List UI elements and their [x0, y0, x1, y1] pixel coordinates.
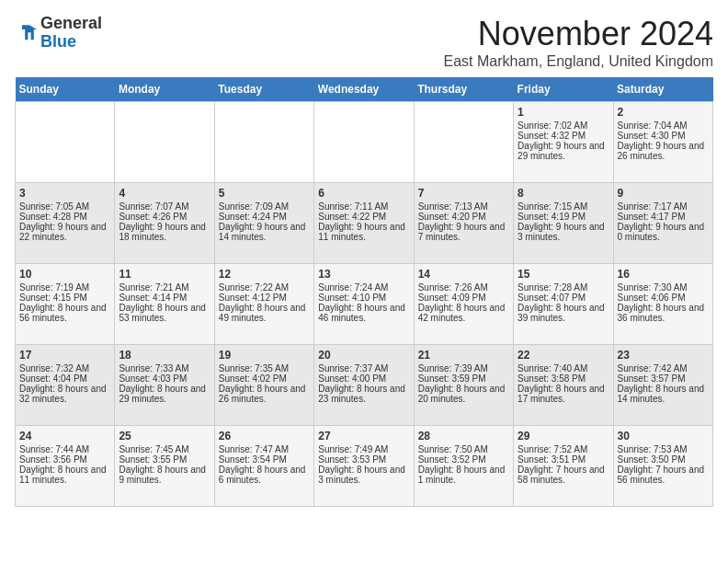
calendar-cell: 28Sunrise: 7:50 AM Sunset: 3:52 PM Dayli… [414, 426, 513, 507]
calendar-cell: 21Sunrise: 7:39 AM Sunset: 3:59 PM Dayli… [414, 345, 513, 426]
calendar-cell: 26Sunrise: 7:47 AM Sunset: 3:54 PM Dayli… [214, 426, 313, 507]
calendar-cell: 22Sunrise: 7:40 AM Sunset: 3:58 PM Dayli… [514, 345, 613, 426]
day-info: Sunrise: 7:19 AM Sunset: 4:15 PM Dayligh… [19, 282, 107, 323]
calendar-cell: 3Sunrise: 7:05 AM Sunset: 4:28 PM Daylig… [16, 183, 115, 264]
day-info: Sunrise: 7:40 AM Sunset: 3:58 PM Dayligh… [518, 363, 605, 404]
day-info: Sunrise: 7:02 AM Sunset: 4:32 PM Dayligh… [518, 121, 605, 161]
day-header-sunday: Sunday [16, 77, 115, 102]
calendar-cell: 4Sunrise: 7:07 AM Sunset: 4:26 PM Daylig… [115, 183, 214, 264]
day-number: 4 [119, 187, 210, 200]
calendar-cell: 17Sunrise: 7:32 AM Sunset: 4:04 PM Dayli… [16, 345, 115, 426]
calendar-cell: 13Sunrise: 7:24 AM Sunset: 4:10 PM Dayli… [314, 264, 414, 345]
day-info: Sunrise: 7:13 AM Sunset: 4:20 PM Dayligh… [418, 201, 506, 242]
calendar-cell: 6Sunrise: 7:11 AM Sunset: 4:22 PM Daylig… [314, 183, 414, 264]
calendar-cell [16, 102, 115, 183]
day-info: Sunrise: 7:26 AM Sunset: 4:09 PM Dayligh… [418, 282, 506, 323]
calendar-cell: 1Sunrise: 7:02 AM Sunset: 4:32 PM Daylig… [514, 102, 613, 183]
day-info: Sunrise: 7:21 AM Sunset: 4:14 PM Dayligh… [119, 282, 206, 323]
calendar-cell: 9Sunrise: 7:17 AM Sunset: 4:17 PM Daylig… [613, 183, 712, 264]
calendar-cell: 27Sunrise: 7:49 AM Sunset: 3:53 PM Dayli… [314, 426, 414, 507]
day-info: Sunrise: 7:49 AM Sunset: 3:53 PM Dayligh… [318, 444, 405, 485]
calendar-cell: 20Sunrise: 7:37 AM Sunset: 4:00 PM Dayli… [314, 345, 414, 426]
day-number: 12 [219, 268, 310, 281]
calendar-cell: 19Sunrise: 7:35 AM Sunset: 4:02 PM Dayli… [214, 345, 313, 426]
day-info: Sunrise: 7:45 AM Sunset: 3:55 PM Dayligh… [119, 444, 206, 485]
location: East Markham, England, United Kingdom [444, 53, 713, 70]
day-number: 16 [618, 268, 709, 281]
calendar-cell: 25Sunrise: 7:45 AM Sunset: 3:55 PM Dayli… [115, 426, 214, 507]
day-number: 11 [119, 268, 210, 281]
day-number: 29 [518, 430, 609, 442]
day-header-thursday: Thursday [414, 77, 513, 102]
day-number: 21 [418, 349, 509, 362]
calendar-cell: 18Sunrise: 7:33 AM Sunset: 4:03 PM Dayli… [115, 345, 214, 426]
day-info: Sunrise: 7:11 AM Sunset: 4:22 PM Dayligh… [318, 201, 405, 242]
week-row-1: 3Sunrise: 7:05 AM Sunset: 4:28 PM Daylig… [16, 183, 713, 264]
day-info: Sunrise: 7:32 AM Sunset: 4:04 PM Dayligh… [19, 363, 107, 404]
day-number: 22 [518, 349, 609, 362]
day-number: 15 [518, 268, 609, 281]
day-info: Sunrise: 7:30 AM Sunset: 4:06 PM Dayligh… [618, 282, 705, 323]
day-number: 3 [19, 187, 110, 200]
day-number: 26 [219, 430, 310, 442]
day-number: 13 [318, 268, 409, 281]
day-number: 2 [618, 106, 709, 119]
calendar-cell [115, 102, 214, 183]
calendar-table: SundayMondayTuesdayWednesdayThursdayFrid… [15, 77, 713, 507]
day-number: 17 [19, 349, 110, 362]
day-number: 9 [618, 187, 709, 200]
day-info: Sunrise: 7:35 AM Sunset: 4:02 PM Dayligh… [219, 363, 306, 404]
day-info: Sunrise: 7:07 AM Sunset: 4:26 PM Dayligh… [119, 201, 206, 242]
day-header-monday: Monday [115, 77, 214, 102]
day-info: Sunrise: 7:37 AM Sunset: 4:00 PM Dayligh… [318, 363, 405, 404]
day-number: 6 [318, 187, 409, 200]
week-row-4: 24Sunrise: 7:44 AM Sunset: 3:56 PM Dayli… [16, 426, 713, 507]
day-number: 18 [119, 349, 210, 362]
calendar-cell: 23Sunrise: 7:42 AM Sunset: 3:57 PM Dayli… [613, 345, 712, 426]
day-number: 19 [219, 349, 310, 362]
calendar-cell: 24Sunrise: 7:44 AM Sunset: 3:56 PM Dayli… [16, 426, 115, 507]
svg-marker-0 [22, 25, 37, 40]
calendar-cell: 11Sunrise: 7:21 AM Sunset: 4:14 PM Dayli… [115, 264, 214, 345]
calendar-cell: 15Sunrise: 7:28 AM Sunset: 4:07 PM Dayli… [514, 264, 613, 345]
day-info: Sunrise: 7:39 AM Sunset: 3:59 PM Dayligh… [418, 363, 506, 404]
day-number: 27 [318, 430, 409, 442]
day-info: Sunrise: 7:47 AM Sunset: 3:54 PM Dayligh… [219, 444, 306, 485]
day-number: 24 [19, 430, 110, 442]
calendar-cell: 16Sunrise: 7:30 AM Sunset: 4:06 PM Dayli… [613, 264, 712, 345]
day-info: Sunrise: 7:28 AM Sunset: 4:07 PM Dayligh… [518, 282, 605, 323]
calendar-cell [414, 102, 513, 183]
calendar-cell: 10Sunrise: 7:19 AM Sunset: 4:15 PM Dayli… [16, 264, 115, 345]
day-header-friday: Friday [514, 77, 613, 102]
week-row-2: 10Sunrise: 7:19 AM Sunset: 4:15 PM Dayli… [16, 264, 713, 345]
day-number: 10 [19, 268, 110, 281]
week-row-3: 17Sunrise: 7:32 AM Sunset: 4:04 PM Dayli… [16, 345, 713, 426]
calendar-cell: 12Sunrise: 7:22 AM Sunset: 4:12 PM Dayli… [214, 264, 313, 345]
day-header-tuesday: Tuesday [214, 77, 313, 102]
logo: General Blue [15, 15, 102, 52]
day-info: Sunrise: 7:05 AM Sunset: 4:28 PM Dayligh… [19, 201, 107, 242]
day-number: 7 [418, 187, 509, 200]
day-info: Sunrise: 7:09 AM Sunset: 4:24 PM Dayligh… [219, 201, 306, 242]
day-info: Sunrise: 7:15 AM Sunset: 4:19 PM Dayligh… [518, 201, 605, 242]
calendar-cell [314, 102, 414, 183]
day-number: 28 [418, 430, 509, 442]
day-info: Sunrise: 7:42 AM Sunset: 3:57 PM Dayligh… [618, 363, 705, 404]
day-number: 23 [618, 349, 709, 362]
calendar-cell: 14Sunrise: 7:26 AM Sunset: 4:09 PM Dayli… [414, 264, 513, 345]
day-number: 20 [318, 349, 409, 362]
calendar-cell: 2Sunrise: 7:04 AM Sunset: 4:30 PM Daylig… [613, 102, 712, 183]
calendar-cell: 7Sunrise: 7:13 AM Sunset: 4:20 PM Daylig… [414, 183, 513, 264]
header-row: SundayMondayTuesdayWednesdayThursdayFrid… [16, 77, 713, 102]
day-number: 5 [219, 187, 310, 200]
week-row-0: 1Sunrise: 7:02 AM Sunset: 4:32 PM Daylig… [16, 102, 713, 183]
day-number: 30 [618, 430, 709, 442]
logo-text: General Blue [40, 15, 102, 52]
day-header-wednesday: Wednesday [314, 77, 414, 102]
calendar-cell [214, 102, 313, 183]
calendar-cell: 8Sunrise: 7:15 AM Sunset: 4:19 PM Daylig… [514, 183, 613, 264]
day-number: 14 [418, 268, 509, 281]
title-block: November 2024 East Markham, England, Uni… [444, 15, 713, 70]
day-info: Sunrise: 7:22 AM Sunset: 4:12 PM Dayligh… [219, 282, 306, 323]
day-info: Sunrise: 7:44 AM Sunset: 3:56 PM Dayligh… [19, 444, 107, 485]
